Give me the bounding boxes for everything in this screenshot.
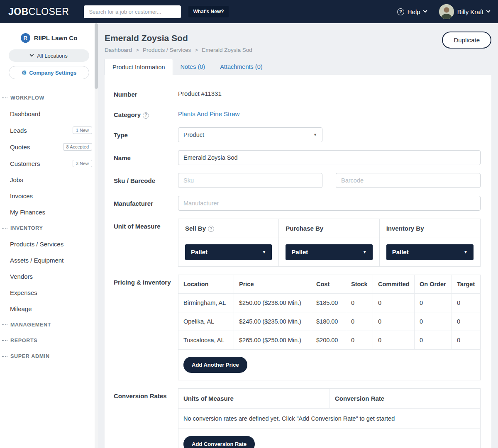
sell-by-select[interactable]: Pallet ▼ xyxy=(185,244,272,260)
company-logo: R xyxy=(21,33,30,43)
sidebar-item-products-services[interactable]: Products / Services xyxy=(0,236,98,252)
pricing-col-target: Target xyxy=(452,275,480,294)
on-order-cell: 0 xyxy=(415,312,452,331)
user-name: Billy Kraft xyxy=(457,8,483,15)
sidebar-item-label: Leads xyxy=(10,127,27,134)
breadcrumb-products-services[interactable]: Products / Services xyxy=(143,47,191,53)
add-conversion-rate-button[interactable]: Add Conversion Rate xyxy=(183,436,255,448)
sidebar-item-dashboard[interactable]: Dashboard xyxy=(0,106,98,122)
add-another-price-button[interactable]: Add Another Price xyxy=(183,357,247,373)
target-cell: 0 xyxy=(452,331,480,350)
category-link[interactable]: Plants And Pine Straw xyxy=(178,107,481,117)
committed-cell: 0 xyxy=(373,312,415,331)
location-link-birmingham[interactable]: Birmingham, AL xyxy=(178,294,234,312)
customers-badge: 3 New xyxy=(73,160,92,167)
type-select[interactable]: Product ▼ xyxy=(178,127,322,142)
sidebar-item-quotes[interactable]: Quotes8 Accepted xyxy=(0,139,98,155)
manufacturer-input[interactable] xyxy=(178,196,481,211)
purchase-by-value: Pallet xyxy=(291,248,308,256)
sidebar-item-vendors[interactable]: Vendors xyxy=(0,268,98,285)
help-menu[interactable]: ? Help xyxy=(397,8,427,15)
breadcrumb: Dashboard > Products / Services > Emeral… xyxy=(105,47,252,53)
sidebar-nav: WORKFLOW Dashboard Leads1 New Quotes8 Ac… xyxy=(0,90,98,364)
section-workflow[interactable]: WORKFLOW xyxy=(0,90,98,106)
help-icon: ? xyxy=(397,8,404,15)
topbar-right: ? Help Billy Kraft xyxy=(397,4,490,19)
section-super-admin[interactable]: SUPER ADMIN xyxy=(0,348,98,364)
all-locations-dropdown[interactable]: All Locations xyxy=(9,49,89,62)
pricing-col-on-order: On Order xyxy=(415,275,452,294)
sell-by-header: Sell By? xyxy=(178,219,279,238)
name-label: Name xyxy=(114,150,178,165)
company-settings-label: Company Settings xyxy=(29,70,76,76)
sidebar-item-expenses[interactable]: Expenses xyxy=(0,285,98,301)
cost-cell: $180.00 xyxy=(311,312,346,331)
sku-input[interactable] xyxy=(178,173,322,188)
purchase-by-select[interactable]: Pallet ▼ xyxy=(286,244,372,260)
stock-cell: 0 xyxy=(346,312,373,331)
manufacturer-label: Manufacturer xyxy=(114,196,178,211)
app-logo[interactable]: JOBCLOSER xyxy=(8,6,69,17)
barcode-input[interactable] xyxy=(336,173,481,188)
tab-product-information[interactable]: Product Information xyxy=(105,59,173,75)
sidebar-item-assets-equipment[interactable]: Assets / Equipment xyxy=(0,252,98,268)
global-search-input[interactable] xyxy=(84,5,181,18)
pricing-table: Location Price Cost Stock Committed On O… xyxy=(178,275,481,380)
unit-of-measure-box: Sell By? Purchase By Inventory By Pallet… xyxy=(178,219,481,267)
sidebar-item-mileage[interactable]: Mileage xyxy=(0,301,98,317)
type-select-value: Product xyxy=(183,131,204,138)
section-reports[interactable]: REPORTS xyxy=(0,333,98,348)
pricing-inventory-label: Pricing & Inventory xyxy=(114,275,178,380)
sidebar-item-my-finances[interactable]: My Finances xyxy=(0,204,98,220)
sidebar-item-label: Quotes xyxy=(10,144,30,151)
sidebar-item-leads[interactable]: Leads1 New xyxy=(0,122,98,139)
inventory-by-select[interactable]: Pallet ▼ xyxy=(386,244,474,260)
conversion-rates-label: Conversion Rates xyxy=(114,388,178,448)
section-reports-label: REPORTS xyxy=(10,338,37,343)
question-icon[interactable]: ? xyxy=(208,226,214,232)
location-link-tuscaloosa[interactable]: Tuscaloosa, AL xyxy=(178,331,234,350)
target-cell: 0 xyxy=(452,294,480,312)
sidebar-item-jobs[interactable]: Jobs xyxy=(0,172,98,188)
user-menu[interactable]: Billy Kraft xyxy=(439,4,490,19)
section-management[interactable]: MANAGEMENT xyxy=(0,317,98,333)
section-dash-icon xyxy=(2,97,7,98)
sidebar-item-invoices[interactable]: Invoices xyxy=(0,188,98,204)
section-inventory[interactable]: INVENTORY xyxy=(0,220,98,236)
pricing-col-cost: Cost xyxy=(311,275,346,294)
cost-cell: $185.00 xyxy=(311,294,346,312)
committed-cell: 0 xyxy=(373,331,415,350)
price-cell: $245.00 ($235.00 Min.) xyxy=(234,312,311,331)
question-icon[interactable]: ? xyxy=(143,112,149,119)
company-settings-button[interactable]: ⚙ Company Settings xyxy=(9,66,89,79)
category-label: Category? xyxy=(114,107,178,119)
sidebar-item-label: Assets / Equipment xyxy=(10,257,63,264)
tab-notes[interactable]: Notes (0) xyxy=(173,59,213,75)
caret-down-icon: ▼ xyxy=(464,250,468,254)
section-dash-icon xyxy=(2,356,7,357)
all-locations-label: All Locations xyxy=(37,53,68,59)
section-management-label: MANAGEMENT xyxy=(10,322,51,328)
sidebar-scrollbar[interactable] xyxy=(95,23,98,448)
conversion-rates-table: Units of Measure Conversion Rate No conv… xyxy=(178,388,481,448)
pricing-col-stock: Stock xyxy=(346,275,373,294)
conversion-col-rate: Conversion Rate xyxy=(330,389,480,409)
duplicate-button[interactable]: Duplicate xyxy=(442,32,491,49)
chevron-down-icon xyxy=(30,52,34,56)
product-information-panel: Number Product #11331 Category? Plants A… xyxy=(105,75,491,448)
breadcrumb-current: Emerald Zoysia Sod xyxy=(202,47,252,53)
main-content: Emerald Zoysia Sod Dashboard > Products … xyxy=(98,23,498,448)
inventory-by-value: Pallet xyxy=(392,248,409,256)
whats-new-button[interactable]: What's New? xyxy=(188,6,228,17)
location-link-opelika[interactable]: Opelika, AL xyxy=(178,312,234,331)
name-input[interactable] xyxy=(178,150,481,165)
sidebar-item-customers[interactable]: Customers3 New xyxy=(0,155,98,172)
section-super-admin-label: SUPER ADMIN xyxy=(10,353,50,359)
target-cell: 0 xyxy=(452,312,480,331)
number-value: Product #11331 xyxy=(178,87,481,97)
tab-attachments[interactable]: Attachments (0) xyxy=(212,59,270,75)
breadcrumb-dashboard[interactable]: Dashboard xyxy=(105,47,132,53)
company-name: RIIPL Lawn Co xyxy=(34,34,78,41)
sidebar-item-label: Jobs xyxy=(10,176,23,183)
sidebar-scrollbar-thumb[interactable] xyxy=(95,23,98,89)
